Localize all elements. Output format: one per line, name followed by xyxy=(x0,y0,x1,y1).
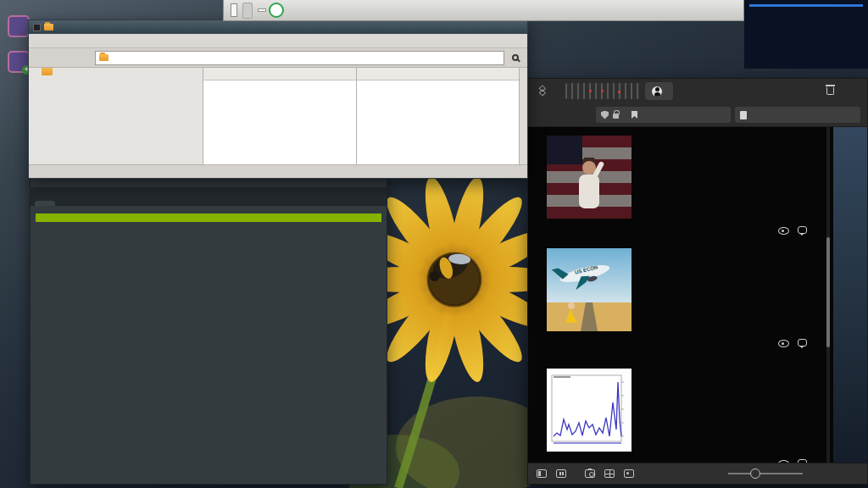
capture-icon[interactable] xyxy=(585,469,595,478)
folder-icon xyxy=(99,54,108,61)
file-pane-left xyxy=(203,68,357,164)
scrollbar[interactable] xyxy=(520,68,527,164)
panel-toggle-icon[interactable] xyxy=(537,469,547,478)
search-field[interactable] xyxy=(735,107,860,123)
browser-window: US ECON xyxy=(527,78,868,485)
shield-icon[interactable] xyxy=(601,111,609,119)
window-menu-icon[interactable] xyxy=(33,24,41,31)
article-3 xyxy=(547,369,811,463)
views-eye-icon xyxy=(778,337,789,348)
browser-tabbar xyxy=(528,79,867,103)
images-toggle-icon[interactable] xyxy=(624,469,634,478)
folder-icon xyxy=(44,24,53,30)
article-1 xyxy=(547,136,811,236)
scrollbar[interactable] xyxy=(826,127,830,463)
htop-function-keys xyxy=(31,471,387,480)
thunar-menubar xyxy=(29,34,527,48)
bee xyxy=(425,247,476,285)
url-field[interactable] xyxy=(596,107,731,123)
page-side-strip xyxy=(833,127,867,463)
thunar-toolbar xyxy=(29,48,527,67)
tiling-icon[interactable] xyxy=(604,469,615,478)
closed-tabs-trash-icon[interactable] xyxy=(826,87,834,95)
videos-icon xyxy=(8,15,30,37)
browser-addressbar xyxy=(528,103,867,127)
views-eye-icon xyxy=(778,458,789,463)
article-thumbnail[interactable] xyxy=(547,369,632,452)
browser-statusbar xyxy=(528,463,867,484)
htop-column-header[interactable] xyxy=(36,214,381,222)
workspace-indicator[interactable] xyxy=(231,3,237,17)
folder-icon xyxy=(42,68,53,75)
comments-icon[interactable] xyxy=(798,226,807,234)
article-thumbnail[interactable]: US ECON xyxy=(547,248,632,331)
zoom-slider-knob[interactable] xyxy=(750,469,760,479)
sidebar-header-network xyxy=(29,81,203,86)
thunar-sidebar xyxy=(29,68,203,164)
article-thumbnail[interactable] xyxy=(547,136,632,219)
status-tray-group xyxy=(242,3,253,19)
software-icon xyxy=(8,51,30,73)
thunar-statusbar xyxy=(29,164,527,178)
terminal-window xyxy=(30,173,387,485)
active-tab[interactable] xyxy=(645,82,673,100)
path-bar[interactable] xyxy=(95,51,504,65)
lock-icon xyxy=(613,114,619,119)
reader-view-icon[interactable] xyxy=(556,469,566,478)
bookmark-flag-icon[interactable] xyxy=(632,111,637,119)
column-headers[interactable] xyxy=(203,68,356,80)
search-icon[interactable] xyxy=(512,54,519,61)
thunar-window xyxy=(28,19,528,179)
conky-progress-bar xyxy=(749,4,863,7)
conky-widget xyxy=(744,0,868,69)
panel-clock[interactable] xyxy=(258,8,266,12)
htop-display[interactable] xyxy=(31,206,387,484)
workspaces-icon[interactable] xyxy=(539,86,550,97)
comments-icon[interactable] xyxy=(798,339,807,347)
comments-icon[interactable] xyxy=(798,459,807,463)
article-2: US ECON xyxy=(547,248,811,348)
logout-button[interactable] xyxy=(269,3,284,18)
desktop: US ECON xyxy=(0,0,868,488)
zerohedge-favicon xyxy=(652,86,662,97)
sidebar-item-snapshot[interactable] xyxy=(29,68,203,77)
search-engine-icon xyxy=(740,111,747,119)
column-headers[interactable] xyxy=(357,68,519,80)
views-eye-icon xyxy=(778,225,789,236)
top-panel xyxy=(223,0,744,21)
file-pane-right xyxy=(357,68,520,164)
tab-strip-thumbnails[interactable] xyxy=(565,83,640,99)
page-content: US ECON xyxy=(528,127,867,463)
zoom-slider[interactable] xyxy=(728,473,803,474)
terminal-tabbar xyxy=(31,187,387,206)
thunar-titlebar[interactable] xyxy=(29,20,527,34)
